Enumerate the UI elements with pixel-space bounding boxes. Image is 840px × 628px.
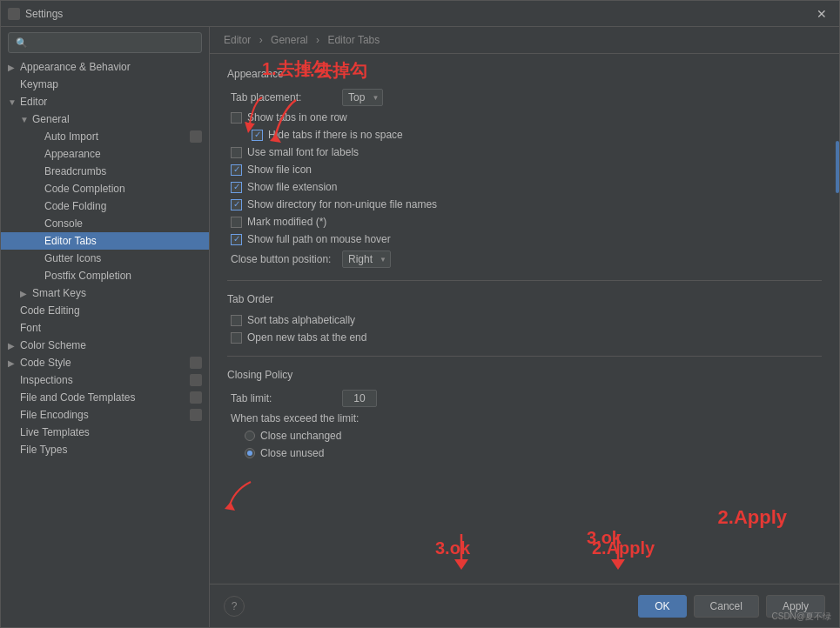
- close-button[interactable]: ✕: [811, 5, 832, 23]
- show-directory-checkbox[interactable]: [231, 199, 242, 210]
- sidebar-item-label: File and Code Templates: [20, 391, 186, 404]
- show-tabs-label: Show tabs in one row: [247, 111, 347, 124]
- ok-button[interactable]: OK: [638, 595, 686, 618]
- sidebar-item-label: Keymap: [20, 78, 202, 90]
- search-box[interactable]: 🔍: [8, 32, 202, 53]
- sidebar-item-gutter-icons[interactable]: Gutter Icons: [1, 250, 209, 267]
- show-tabs-checkbox[interactable]: [231, 112, 242, 124]
- open-new-tabs-label: Open new tabs at the end: [247, 331, 366, 344]
- sidebar-item-live-templates[interactable]: Live Templates: [1, 424, 209, 441]
- mark-modified-checkbox[interactable]: [231, 217, 242, 228]
- breadcrumb-part-1: Editor: [224, 34, 251, 46]
- sidebar-item-label: Code Folding: [44, 200, 202, 212]
- sidebar-item-code-editing[interactable]: Code Editing: [1, 302, 209, 319]
- show-file-icon-row[interactable]: Show file icon: [227, 164, 822, 176]
- sidebar-item-label: Font: [20, 322, 202, 334]
- show-full-path-row[interactable]: Show full path on mouse hover: [227, 233, 822, 245]
- open-new-tabs-row[interactable]: Open new tabs at the end: [227, 331, 822, 344]
- small-font-label: Use small font for labels: [247, 146, 359, 158]
- sidebar-item-label: File Encodings: [20, 409, 186, 421]
- arrow-icon: [8, 358, 20, 368]
- small-font-checkbox[interactable]: [231, 147, 242, 158]
- sidebar-item-console[interactable]: Console: [1, 215, 209, 232]
- hide-tabs-checkbox[interactable]: [252, 130, 263, 141]
- search-input[interactable]: [31, 37, 194, 49]
- tab-placement-row: Tab placement: Top: [227, 89, 822, 106]
- show-tabs-row[interactable]: Show tabs in one row: [227, 111, 822, 124]
- sidebar-item-keymap[interactable]: Keymap: [1, 76, 209, 93]
- apply-button[interactable]: Apply: [766, 595, 825, 618]
- sidebar-item-breadcrumbs[interactable]: Breadcrumbs: [1, 163, 209, 180]
- badge-icon: [190, 374, 202, 386]
- sidebar-item-editor-tabs[interactable]: Editor Tabs: [1, 232, 209, 250]
- close-unused-radio[interactable]: [245, 448, 255, 458]
- mark-modified-label: Mark modified (*): [247, 216, 326, 228]
- sidebar-item-file-code-templates[interactable]: File and Code Templates: [1, 389, 209, 406]
- show-full-path-checkbox[interactable]: [231, 234, 242, 245]
- annotation-step3: 3.ok: [587, 528, 622, 548]
- help-button[interactable]: ?: [224, 596, 245, 617]
- sidebar-item-label: Code Editing: [20, 304, 202, 317]
- tab-limit-row: Tab limit:: [227, 390, 822, 407]
- sidebar-item-code-completion[interactable]: Code Completion: [1, 180, 209, 197]
- sidebar-item-label: Code Completion: [44, 183, 202, 195]
- show-file-ext-label: Show file extension: [247, 181, 337, 193]
- sort-tabs-label: Sort tabs alphabetically: [247, 314, 355, 326]
- sidebar-item-label: Editor: [20, 96, 202, 108]
- sidebar-item-file-encodings[interactable]: File Encodings: [1, 406, 209, 424]
- open-new-tabs-checkbox[interactable]: [231, 332, 242, 344]
- closing-policy-section-title: Closing Policy: [227, 369, 822, 381]
- close-unused-label: Close unused: [260, 447, 324, 459]
- sidebar-item-font[interactable]: Font: [1, 319, 209, 337]
- hide-tabs-row[interactable]: Hide tabs if there is no space: [227, 129, 822, 141]
- show-directory-row[interactable]: Show directory for non-unique file names: [227, 198, 822, 210]
- sidebar-item-postfix-completion[interactable]: Postfix Completion: [1, 267, 209, 284]
- sidebar-item-label: Postfix Completion: [44, 270, 202, 282]
- sidebar-item-code-folding[interactable]: Code Folding: [1, 197, 209, 215]
- sidebar-item-label: Auto Import: [44, 130, 186, 143]
- annotation-text-2: 2.Apply: [718, 506, 787, 528]
- sort-tabs-checkbox[interactable]: [231, 315, 242, 326]
- sidebar-item-smart-keys[interactable]: Smart Keys: [1, 284, 209, 302]
- sidebar-item-inspections[interactable]: Inspections: [1, 371, 209, 389]
- sidebar-item-appearance[interactable]: Appearance: [1, 145, 209, 163]
- tab-placement-dropdown[interactable]: Top: [342, 89, 383, 106]
- arrow-icon: [8, 97, 20, 107]
- close-unused-row[interactable]: Close unused: [227, 447, 822, 459]
- show-file-icon-label: Show file icon: [247, 164, 312, 176]
- sidebar-item-auto-import[interactable]: Auto Import: [1, 128, 209, 145]
- dialog-body: 🔍 Appearance & Behavior Keymap Editor: [1, 27, 839, 627]
- ok-label: OK: [655, 600, 669, 612]
- mark-modified-row[interactable]: Mark modified (*): [227, 216, 822, 228]
- breadcrumb-sep: ›: [259, 34, 265, 46]
- sidebar-item-label: Smart Keys: [32, 287, 202, 299]
- sidebar-item-label: Editor Tabs: [44, 235, 202, 247]
- sidebar-item-label: Color Scheme: [20, 339, 202, 351]
- show-full-path-label: Show full path on mouse hover: [247, 233, 391, 245]
- show-file-ext-checkbox[interactable]: [231, 182, 242, 193]
- sidebar-item-label: Breadcrumbs: [44, 165, 202, 177]
- show-file-icon-checkbox[interactable]: [231, 164, 242, 176]
- show-file-ext-row[interactable]: Show file extension: [227, 181, 822, 193]
- sidebar-item-file-types[interactable]: File Types: [1, 441, 209, 458]
- sort-tabs-row[interactable]: Sort tabs alphabetically: [227, 314, 822, 326]
- small-font-row[interactable]: Use small font for labels: [227, 146, 822, 158]
- cancel-label: Cancel: [710, 600, 743, 612]
- sidebar-item-editor[interactable]: Editor: [1, 93, 209, 110]
- divider-2: [227, 356, 822, 357]
- sidebar-item-code-style[interactable]: Code Style: [1, 354, 209, 371]
- show-directory-label: Show directory for non-unique file names: [247, 198, 437, 210]
- settings-dialog: Settings ✕ 🔍 Appearance & Behavior Keyma…: [0, 0, 840, 628]
- sidebar-item-general[interactable]: General: [1, 110, 209, 128]
- close-unchanged-radio[interactable]: [245, 431, 255, 441]
- badge-icon: [190, 130, 202, 143]
- hide-tabs-label: Hide tabs if there is no space: [268, 129, 403, 141]
- sidebar-item-appearance-behavior[interactable]: Appearance & Behavior: [1, 58, 209, 76]
- tab-limit-input[interactable]: [342, 390, 377, 407]
- close-button-dropdown[interactable]: Right: [342, 251, 391, 268]
- tab-placement-value: Top: [348, 91, 365, 104]
- sidebar-item-color-scheme[interactable]: Color Scheme: [1, 337, 209, 354]
- cancel-button[interactable]: Cancel: [694, 595, 759, 618]
- arrow-icon: [20, 115, 32, 124]
- close-unchanged-row[interactable]: Close unchanged: [227, 430, 822, 442]
